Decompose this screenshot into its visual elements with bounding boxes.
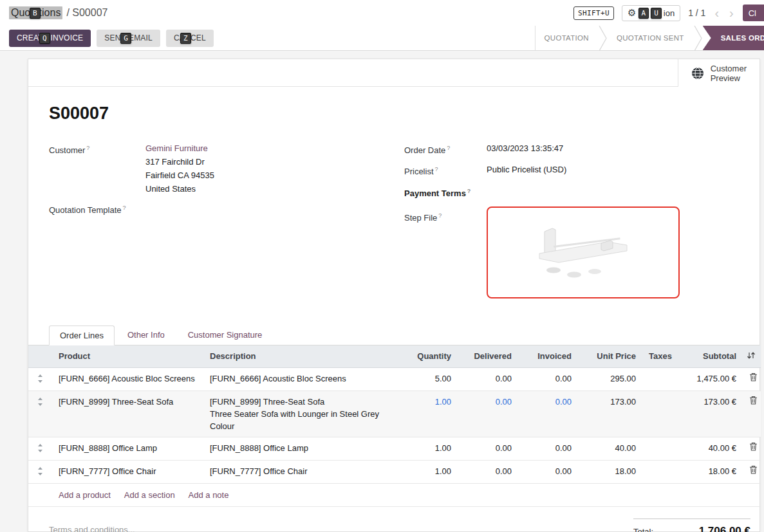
customer-preview-label: Customer Preview [711,64,747,83]
delivered-cell: 0.00 [458,367,518,390]
cancel-button[interactable]: CANCEL Z [166,30,214,47]
breadcrumb-separator: / [66,7,69,18]
payment-terms-field[interactable] [487,185,734,200]
taxes-cell[interactable] [642,437,672,460]
add-line-row: Add a product Add a section Add a note [28,483,761,506]
taxes-cell[interactable] [642,460,672,483]
notebook-tabs: Order Lines Other Info Customer Signatur… [28,325,759,345]
payment-terms-field-label: Payment Terms? [404,185,487,200]
handle-column-header [28,345,52,368]
pricelist-field-label: Pricelist? [404,163,487,178]
invoiced-cell: 0.00 [518,390,578,437]
delete-line-button[interactable] [749,443,758,453]
help-icon: ? [438,212,442,219]
drag-handle[interactable] [37,398,43,408]
quantity-cell[interactable]: 1.00 [400,460,458,483]
status-bar: QUOTATION QUOTATION SENT SALES ORDER [535,26,764,50]
customer-link[interactable]: Gemini Furniture [145,143,208,153]
drag-handle[interactable] [37,445,43,454]
tab-order-lines[interactable]: Order Lines [49,326,115,345]
pager-previous-button[interactable]: ‹ [713,6,720,19]
keyboard-hint-badge-u: U [651,8,662,19]
breadcrumb-current: / S00007 [66,7,107,19]
description-cell[interactable]: [FURN_8999] Three-Seat SofaThree Seater … [203,390,400,437]
keyboard-hint-badge-g: G [120,33,131,44]
optional-columns-button[interactable] [743,345,761,368]
globe-icon [691,67,704,80]
help-icon: ? [447,145,450,151]
help-icon: ? [86,145,89,151]
description-cell[interactable]: [FURN_7777] Office Chair [203,460,400,483]
product-cell[interactable]: [FURN_6666] Acoustic Bloc Screens [52,367,203,390]
edge-clipped-button[interactable]: Cl [743,5,764,21]
product-cell[interactable]: [FURN_7777] Office Chair [52,460,203,483]
product-cell[interactable]: [FURN_8999] Three-Seat Sofa [52,390,203,437]
order-date-field-label: Order Date? [404,142,487,157]
delete-line-button[interactable] [749,374,758,383]
add-a-note-link[interactable]: Add a note [189,490,229,500]
delete-line-button[interactable] [749,466,758,476]
order-lines-table: Product Description Quantity Delivered I… [28,345,761,507]
tab-customer-signature[interactable]: Customer Signature [178,326,273,345]
product-column-header: Product [52,345,203,368]
topbar-right-cluster: SHIFT+U ⚙ A U ion 1 / 1 ‹ › Cl [573,5,754,21]
status-step-quotation-sent[interactable]: QUOTATION SENT [608,26,693,50]
drag-handle[interactable] [37,468,43,477]
breadcrumb-quotations-link[interactable]: Quotations B [9,6,62,19]
delivered-cell: 0.00 [458,390,518,437]
pager-next-button[interactable]: › [728,6,735,19]
unit-price-cell[interactable]: 40.00 [578,437,642,460]
action-menu-button[interactable]: ⚙ A U ion [622,5,680,21]
status-step-sales-order[interactable]: SALES ORDER [703,26,764,50]
quantity-cell[interactable]: 1.00 [400,390,458,437]
quantity-cell[interactable]: 5.00 [400,367,458,390]
keyboard-hint-shift-u: SHIFT+U [573,6,614,20]
delivered-cell: 0.00 [458,460,518,483]
quotation-template-field[interactable] [145,201,378,217]
breadcrumb-current-record: S00007 [72,7,107,18]
description-cell[interactable]: [FURN_8888] Office Lamp [203,437,400,460]
terms-placeholder[interactable]: Terms and conditions... [49,518,135,532]
order-line-row: [FURN_7777] Office Chair [FURN_7777] Off… [28,460,761,483]
customer-address-line: United States [145,182,378,196]
quantity-cell[interactable]: 1.00 [400,437,458,460]
unit-price-cell[interactable]: 173.00 [578,390,642,437]
taxes-column-header: Taxes [642,345,672,368]
top-navigation-bar: Quotations B / S00007 SHIFT+U ⚙ A U ion … [0,0,764,26]
optional-columns-icon [747,351,756,360]
invoiced-column-header: Invoiced [518,345,578,368]
delivered-cell: 0.00 [458,437,518,460]
unit-price-cell[interactable]: 18.00 [578,460,642,483]
unit-price-column-header: Unit Price [578,345,642,368]
create-invoice-button[interactable]: CREATE INVOICE Q [9,30,91,47]
customer-field-label: Customer? [49,142,145,196]
send-email-button[interactable]: SEND EMAIL G [97,30,160,47]
description-cell[interactable]: [FURN_6666] Acoustic Bloc Screens [203,367,400,390]
record-title: S00007 [49,104,759,124]
product-cell[interactable]: [FURN_8888] Office Lamp [52,437,203,460]
pager-count: 1 / 1 [688,8,705,18]
status-separator-chevron [693,26,703,51]
status-separator-chevron [598,26,608,51]
add-a-section-link[interactable]: Add a section [124,490,175,500]
drag-handle[interactable] [37,375,43,385]
step-file-3d-preview [525,219,641,286]
order-date-value[interactable]: 03/03/2023 13:35:47 [487,142,734,157]
field-groups: Customer? Gemini Furniture 317 Fairchild… [28,124,759,304]
action-menu-label: ion [664,8,675,18]
help-icon: ? [467,188,471,194]
content-area: Customer Preview S00007 Customer? Gemini… [0,51,764,532]
form-sheet: Customer Preview S00007 Customer? Gemini… [28,59,760,532]
add-a-product-link[interactable]: Add a product [59,490,111,500]
customer-preview-button[interactable]: Customer Preview [678,59,759,87]
taxes-cell[interactable] [642,367,672,390]
invoiced-cell: 0.00 [518,460,578,483]
tab-other-info[interactable]: Other Info [117,326,175,345]
breadcrumb: Quotations B / S00007 [9,6,107,19]
pricelist-value[interactable]: Public Pricelist (USD) [487,163,734,178]
delete-line-button[interactable] [749,397,758,407]
taxes-cell[interactable] [642,390,672,437]
step-file-dropzone[interactable] [487,206,680,298]
unit-price-cell[interactable]: 295.00 [578,367,642,390]
status-step-quotation[interactable]: QUOTATION [536,26,598,50]
